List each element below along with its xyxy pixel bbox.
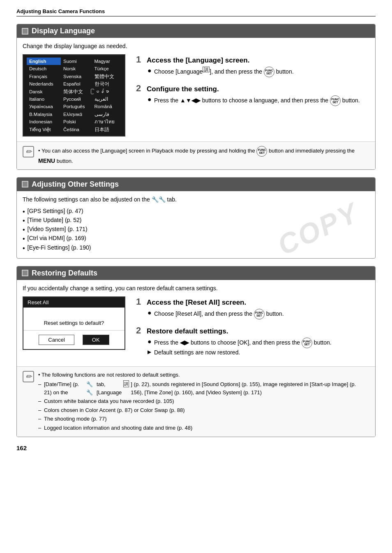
table-row: B.Malaysia Ελληνικά فارسی bbox=[27, 111, 121, 118]
list-item: [Ctrl via HDMI] (p. 169) bbox=[23, 235, 369, 243]
func-btn-1: FUNCSET bbox=[264, 67, 274, 77]
display-language-section: Display Language Change the display lang… bbox=[16, 24, 376, 170]
bullet-dot: ● bbox=[148, 67, 152, 75]
reset-screen-question: Reset settings to default? bbox=[44, 320, 104, 326]
reset-step-1-number: 1 bbox=[136, 296, 143, 307]
step-2-body: ● Press the ▲▼◀▶ buttons to choose a lan… bbox=[136, 95, 369, 106]
table-row: Indonesian Polski ภาษาไทย bbox=[27, 118, 121, 125]
reset-step-2-header: 2 Restore default settings. bbox=[136, 325, 369, 336]
triangle-bullet: ▶ bbox=[148, 349, 152, 355]
other-settings-list: [GPS Settings] (p. 47) [Time Update] (p.… bbox=[23, 208, 369, 252]
note-text-1: • You can also access the [Language] scr… bbox=[38, 146, 369, 165]
step-2: 2 Configure the setting. ● Press the ▲▼◀… bbox=[136, 83, 369, 106]
table-row: Dansk 简体中文 မြန်မာ bbox=[27, 88, 121, 95]
page-number: 162 bbox=[16, 444, 376, 451]
note-list-item: [Date/Time] (p. 21) on the 🔧🔧 tab, [Lang… bbox=[38, 380, 369, 396]
other-settings-inner: COPY The following settings can also be … bbox=[23, 196, 369, 252]
step-1-body: ● Choose [Language訓], and then press the… bbox=[136, 67, 369, 77]
display-language-desc: Change the display language as needed. bbox=[23, 43, 369, 49]
note-list-item: Custom white balance data you have recor… bbox=[38, 397, 369, 405]
reset-step-2-bullet-2: ▶ Default settings are now restored. bbox=[148, 349, 369, 356]
restoring-defaults-two-col: Reset All Reset settings to default? Can… bbox=[23, 296, 369, 361]
note-first-line: • The following functions are not restor… bbox=[38, 371, 369, 379]
reset-step-1-title: Access the [Reset All] screen. bbox=[147, 298, 246, 307]
menu-label: MENU bbox=[38, 157, 55, 164]
restoring-defaults-title: Restoring Defaults bbox=[17, 266, 375, 280]
step-2-bullet-1: ● Press the ▲▼◀▶ buttons to choose a lan… bbox=[148, 95, 369, 106]
note-icon-2: ✏ bbox=[23, 371, 34, 382]
reset-step-1-body: ● Choose [Reset All], and then press the… bbox=[136, 309, 369, 319]
reset-step-2-number: 2 bbox=[136, 325, 143, 336]
adjusting-other-settings-title: Adjusting Other Settings bbox=[17, 178, 375, 191]
note-list: [Date/Time] (p. 21) on the 🔧🔧 tab, [Lang… bbox=[38, 380, 369, 432]
reset-step-2-text-1: Press the ◀▶ buttons to choose [OK], and… bbox=[154, 338, 332, 348]
list-item: [GPS Settings] (p. 47) bbox=[23, 208, 369, 215]
page-header: Adjusting Basic Camera Functions bbox=[16, 8, 376, 16]
section-icon-3 bbox=[22, 270, 28, 276]
display-language-two-col: English Suomi Magyar Deutsch Norsk Türkç… bbox=[23, 54, 369, 137]
step-1-number: 1 bbox=[136, 54, 143, 65]
list-item: [Video System] (p. 171) bbox=[23, 226, 369, 234]
display-language-steps: 1 Access the [Language] screen. ● Choose… bbox=[136, 54, 369, 112]
reset-step-2-body: ● Press the ◀▶ buttons to choose [OK], a… bbox=[136, 338, 369, 356]
note-text-2: • The following functions are not restor… bbox=[38, 371, 369, 433]
language-table: English Suomi Magyar Deutsch Norsk Türkç… bbox=[23, 54, 125, 137]
func-btn-4: FUNCSET bbox=[302, 338, 312, 348]
table-row: English Suomi Magyar bbox=[27, 58, 121, 65]
lang-table-inner: English Suomi Magyar Deutsch Norsk Türkç… bbox=[27, 58, 121, 133]
step-2-title: Configure the setting. bbox=[147, 85, 219, 93]
restoring-defaults-note: ✏ • The following functions are not rest… bbox=[17, 366, 375, 437]
func-btn-3: FUNCSET bbox=[254, 309, 265, 319]
table-row: Українська Português Română bbox=[27, 103, 121, 110]
table-row: Français Svenska 繁體中文 bbox=[27, 73, 121, 80]
adjusting-other-settings-section: Adjusting Other Settings COPY The follow… bbox=[16, 177, 376, 259]
reset-step-1-header: 1 Access the [Reset All] screen. bbox=[136, 296, 369, 307]
display-language-note: ✏ • You can also access the [Language] s… bbox=[17, 141, 375, 169]
reset-step-1-bullet: ● Choose [Reset All], and then press the… bbox=[148, 309, 369, 319]
restoring-defaults-desc: If you accidentally change a setting, yo… bbox=[23, 285, 369, 292]
section-icon-2 bbox=[22, 181, 28, 187]
reset-screen: Reset All Reset settings to default? Can… bbox=[23, 296, 125, 350]
header-title: Adjusting Basic Camera Functions bbox=[16, 8, 105, 14]
reset-step-2-text-2: Default settings are now restored. bbox=[154, 349, 240, 356]
reset-screen-body: Reset settings to default? bbox=[23, 308, 125, 330]
list-item: [Eye-Fi Settings] (p. 190) bbox=[23, 244, 369, 252]
step-2-number: 2 bbox=[136, 83, 143, 94]
note-icon-1: ✏ bbox=[23, 146, 34, 157]
reset-screen-buttons: Cancel OK bbox=[23, 330, 125, 349]
table-row: Deutsch Norsk Türkçe bbox=[27, 65, 121, 72]
table-row: Nederlands Español 한국어 bbox=[27, 80, 121, 88]
note-list-item: Colors chosen in Color Accent (p. 87) or… bbox=[38, 406, 369, 414]
step-1: 1 Access the [Language] screen. ● Choose… bbox=[136, 54, 369, 77]
bullet-dot-2: ● bbox=[148, 95, 152, 104]
section-icon bbox=[22, 28, 28, 35]
func-btn-2: FUNCSET bbox=[330, 95, 341, 106]
reset-screen-title: Reset All bbox=[23, 297, 125, 308]
note-list-item: Logged location information and shooting… bbox=[38, 424, 369, 432]
list-item: [Time Update] (p. 52) bbox=[23, 217, 369, 224]
reset-step-1-text: Choose [Reset All], and then press the F… bbox=[154, 309, 284, 319]
adjusting-other-settings-content: COPY The following settings can also be … bbox=[17, 191, 375, 258]
display-language-content: Change the display language as needed. E… bbox=[17, 38, 375, 141]
language-table-col: English Suomi Magyar Deutsch Norsk Türkç… bbox=[23, 54, 129, 137]
other-settings-desc: The following settings can also be adjus… bbox=[23, 196, 369, 203]
bullet-dot-4: ● bbox=[148, 338, 152, 346]
reset-step-2-bullet-1: ● Press the ◀▶ buttons to choose [OK], a… bbox=[148, 338, 369, 348]
restoring-defaults-steps: 1 Access the [Reset All] screen. ● Choos… bbox=[136, 296, 369, 361]
reset-step-2: 2 Restore default settings. ● Press the … bbox=[136, 325, 369, 356]
step-1-header: 1 Access the [Language] screen. bbox=[136, 54, 369, 65]
cancel-button[interactable]: Cancel bbox=[39, 335, 74, 345]
step-2-text: Press the ▲▼◀▶ buttons to choose a langu… bbox=[154, 95, 360, 106]
restoring-defaults-content: If you accidentally change a setting, yo… bbox=[17, 280, 375, 366]
ok-button[interactable]: OK bbox=[83, 335, 109, 345]
step-1-bullet-1: ● Choose [Language訓], and then press the… bbox=[148, 67, 369, 77]
tab-icon: 🔧🔧 bbox=[152, 196, 166, 203]
note-list-item: The shooting mode (p. 77) bbox=[38, 415, 369, 423]
restoring-defaults-section: Restoring Defaults If you accidentally c… bbox=[16, 266, 376, 437]
step-1-text: Choose [Language訓], and then press the F… bbox=[154, 67, 294, 77]
table-row: Tiếng Việt Čeština 日本語 bbox=[27, 126, 121, 133]
display-language-title: Display Language bbox=[17, 24, 375, 38]
step-1-title: Access the [Language] screen. bbox=[147, 56, 249, 65]
step-2-header: 2 Configure the setting. bbox=[136, 83, 369, 94]
reset-step-1: 1 Access the [Reset All] screen. ● Choos… bbox=[136, 296, 369, 319]
